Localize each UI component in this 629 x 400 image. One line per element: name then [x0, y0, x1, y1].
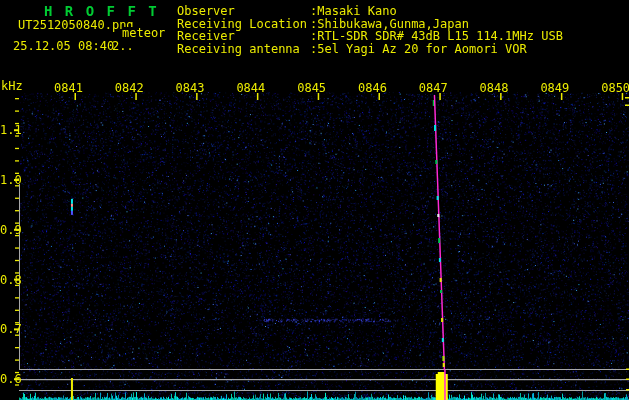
meta-value-receiving-antenna: :5el Yagi Az 20 for Aomori VOR — [310, 42, 527, 56]
meta-label-receiving-antenna: Receiving antenna — [177, 42, 300, 56]
freq-tick-label: 0.9 — [0, 223, 22, 237]
freq-tick-label: 0.7 — [0, 322, 22, 336]
time-tick-label: 0850 — [601, 81, 629, 95]
app-title: H R O F F T — [44, 3, 159, 19]
freq-axis-unit-label: kHz — [1, 80, 23, 93]
spectrogram-canvas — [0, 0, 629, 400]
time-tick-label: 0845 — [297, 81, 326, 95]
time-tick-label: 0846 — [358, 81, 387, 95]
freq-tick-label: 1.1 — [0, 123, 22, 137]
time-tick-label: 0848 — [480, 81, 509, 95]
time-tick-label: 0849 — [540, 81, 569, 95]
freq-tick-label: 1.0 — [0, 173, 22, 187]
capture-filename: UT2512050840.png — [18, 19, 134, 32]
freq-tick-label: 0.6 — [0, 372, 22, 386]
time-tick-label: 0847 — [419, 81, 448, 95]
freq-tick-label: 0.8 — [0, 273, 22, 287]
capture-datetime: 25.12.05 08:40 — [13, 40, 114, 53]
time-tick-label: 0842 — [115, 81, 144, 95]
echo-count: 2.. — [112, 40, 134, 53]
time-tick-label: 0844 — [236, 81, 265, 95]
hrofft-window: H R O F F T UT2512050840.png meteor 25.1… — [0, 0, 629, 400]
time-tick-label: 0841 — [54, 81, 83, 95]
time-tick-label: 0843 — [176, 81, 205, 95]
